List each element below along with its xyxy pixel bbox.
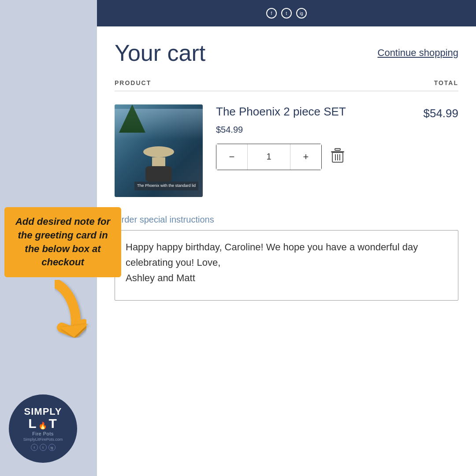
fire-icon: 🔥 [38,422,48,429]
logo-simply: SIMPLY [24,406,62,417]
tiktok-icon-top: t [281,8,292,19]
logo-lit: L🔥T [28,417,58,430]
logo-tiktok-icon: t [40,444,47,451]
facebook-icon-top: f [266,8,277,19]
svg-rect-1 [335,149,340,150]
special-instructions-section: Order special instructions Happy happy b… [115,215,458,301]
special-instructions-label: Order special instructions [115,215,458,225]
instagram-icon-top: ig [296,8,307,19]
special-instructions-box[interactable]: Happy happy birthday, Caroline! We hope … [115,230,458,301]
total-column-header: TOTAL [434,79,458,86]
quantity-increase-button[interactable]: + [290,144,321,170]
logo-facebook-icon: f [31,444,38,451]
product-image-inner: The Phoenix with the standard lid [115,104,203,197]
quantity-row: − 1 + [216,144,410,170]
main-content: f t ig Your cart Continue shopping PRODU… [97,0,476,476]
firepot-neck [152,157,165,166]
cart-item-row: The Phoenix with the standard lid The Ph… [115,91,458,210]
trash-icon [331,147,345,163]
quantity-decrease-button[interactable]: − [216,144,247,170]
logo-circle: SIMPLY L🔥T Fire Pots SimplyLitFirePots.c… [9,394,77,463]
cart-title: Your cart [115,40,205,66]
top-image-bar: f t ig [97,0,476,26]
table-header: PRODUCT TOTAL [115,75,458,91]
product-image-label: The Phoenix with the standard lid [134,182,198,190]
product-column-header: PRODUCT [115,79,151,86]
product-name: The Phoenix 2 piece SET [216,104,410,119]
firepot-shape [143,146,174,182]
logo-firepots: Fire Pots [32,431,54,436]
delete-item-button[interactable] [331,147,345,166]
cart-header: Your cart Continue shopping [115,26,458,75]
product-price-small: $54.99 [216,125,410,135]
logo-instagram-icon: ig [48,444,56,451]
firepot-top [143,146,174,157]
arrow-svg [35,280,106,350]
quantity-value: 1 [247,144,290,170]
product-details: The Phoenix 2 piece SET $54.99 − 1 + [216,104,410,170]
logo-social-icons: f t ig [31,444,56,451]
product-image: The Phoenix with the standard lid [115,104,203,197]
logo-website: SimplyLitFirePots.com [23,437,63,442]
continue-shopping-link[interactable]: Continue shopping [378,47,458,59]
item-total-price: $54.99 [423,104,458,120]
svg-marker-6 [60,324,88,337]
quantity-controls: − 1 + [216,144,322,170]
firepot-base [145,166,172,182]
